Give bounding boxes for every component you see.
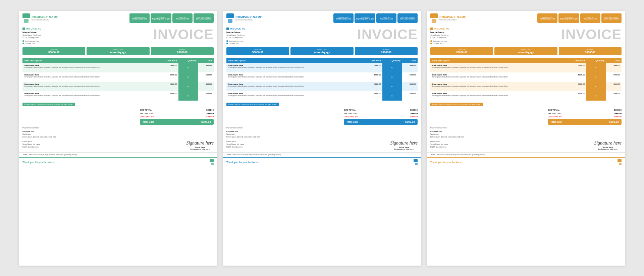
invoice-card-blue: COMPANY NAME SLOGAN GOES HERE Email addr… xyxy=(223,11,421,266)
item-description-cell: Item name here Lorem ipsum dolor sit ame… xyxy=(226,63,361,72)
item-desc: Lorem ipsum dolor sit amet, consectetur … xyxy=(228,67,359,69)
qty-inner: 0 xyxy=(178,72,198,82)
header-info-boxes: Email address 01 email@example.com 123-4… xyxy=(265,13,418,23)
email-row: Email address here xyxy=(226,40,273,42)
invoice-footer: Thank you for your business xyxy=(19,157,217,167)
invoice-num-value: 0000000 xyxy=(561,51,620,54)
sig-addr-row: Lorem ipsumStreet Name, city name51234, … xyxy=(22,140,214,150)
terms-bar: Terms: Lorem ipsum is simply dummy text … xyxy=(19,152,217,157)
signatory-title: Professional title here xyxy=(390,148,418,150)
info-box-value: Day to Day / 9am to 3pm xyxy=(356,18,374,20)
invoice-date-box: Invoice Date: mm-dd-yyyy xyxy=(87,47,149,55)
qty-inner: 0 xyxy=(178,63,198,72)
invoice-num-label: Invoice#: xyxy=(561,49,620,51)
summary-boxes: Total Due: $0000.00 Invoice Date: mm-dd-… xyxy=(22,47,214,55)
payment-we-accept: We Accept: xyxy=(226,133,235,135)
item-desc: Lorem ipsum dolor sit amet, consectetur … xyxy=(432,86,563,88)
totals-table: SUB TOTAL: $000.00 Tax: VAT 20%: $000.00… xyxy=(548,108,622,125)
payment-email: Payment email here xyxy=(22,127,214,129)
email-icon xyxy=(226,40,228,42)
subtotal-label: SUB TOTAL: xyxy=(140,109,152,111)
total-due-bar-label: Total Due: xyxy=(550,121,562,123)
client-email: Email address here xyxy=(229,40,243,42)
info-box-value: Day to Day / 9am to 3pm xyxy=(152,18,170,20)
table-row: Item name here Lorem ipsum dolor sit ame… xyxy=(430,63,622,72)
payment-method-bar: Payment Method: Lorem ipsum, dolor sit, … xyxy=(22,103,75,106)
client-phone: 123-456-7890 xyxy=(433,43,443,45)
info-box-value: www.website.com xyxy=(584,18,597,20)
info-box-label: 123-456-7890 xyxy=(565,16,573,18)
qty-inner: 0 xyxy=(382,63,402,72)
payment-detail: Lorem ipsum, dolor sit, consectetur, sed… xyxy=(226,136,260,138)
payment-info: Payment Info We Accept: Lorem ipsum, dol… xyxy=(430,130,622,139)
client-email: Email address here xyxy=(433,40,447,42)
info-box-label: Website here xyxy=(178,16,186,18)
subtotal-label: SUB TOTAL: xyxy=(548,109,560,111)
terms-text: Lorem ipsum is simply dummy text of the … xyxy=(28,154,77,156)
invoice-to-label: INVOICE TO xyxy=(22,27,69,30)
total-due-value: $0000.00 xyxy=(432,51,491,54)
summary-boxes: Total Due: $0000.00 Invoice Date: mm-dd-… xyxy=(226,47,418,55)
item-description-cell: Item name here Lorem ipsum dolor sit ame… xyxy=(430,72,565,82)
slogan: SLOGAN GOES HERE xyxy=(235,19,262,21)
logo-icon xyxy=(22,13,30,23)
invoice-title: INVOICE xyxy=(273,27,418,42)
invoice-num-box: Invoice#: 0000000 xyxy=(151,47,214,55)
item-qty-cell: 0 xyxy=(178,82,198,91)
terms-text: Lorem ipsum is simply dummy text of the … xyxy=(232,154,281,156)
footer-logo xyxy=(618,159,622,165)
total-due-label: Total Due: xyxy=(228,49,287,51)
item-price-cell: $000.00 xyxy=(157,63,178,72)
qty-inner: 0 xyxy=(382,82,402,91)
footer-logo-top xyxy=(210,159,214,162)
table-row: Item name here Lorem ipsum dolor sit ame… xyxy=(22,63,214,72)
totals-section: SUB TOTAL: $000.00 Tax: VAT 20%: $000.00… xyxy=(22,108,214,125)
info-box-value: 51234, Country name xyxy=(604,18,619,20)
payment-we-accept: We Accept: xyxy=(430,133,439,135)
signature-text: Signature here xyxy=(390,141,418,146)
tax-row: Tax: VAT 20%: $000.00 xyxy=(548,112,622,115)
item-price-cell: $000.00 xyxy=(361,91,382,101)
item-price-cell: $000.00 xyxy=(565,91,586,101)
invoice-to-text: INVOICE TO xyxy=(230,27,245,30)
header-info-box-0: Email address 01 email@example.com xyxy=(129,13,150,23)
client-name: Name Here xyxy=(226,31,273,34)
item-qty-cell: 0 xyxy=(586,63,606,72)
invoice-num-label: Invoice#: xyxy=(153,49,212,51)
invoice-to-icon xyxy=(22,27,25,30)
discount-value: -$000.00 xyxy=(410,116,418,118)
email-row: Email address here xyxy=(22,40,69,42)
info-box-label: Street Name, city name xyxy=(604,16,619,18)
invoice-to-left: INVOICE TO Name Here Street Name, City N… xyxy=(22,27,69,45)
table-header-row: Item Description Unit Price Quantity Tot… xyxy=(226,58,418,63)
col-header-description: Item Description xyxy=(22,58,157,63)
invoice-header: COMPANY NAME SLOGAN GOES HERE Email addr… xyxy=(427,11,625,25)
info-box-value: 51234, Country name xyxy=(196,18,211,20)
table-row: Item name here Lorem ipsum dolor sit ame… xyxy=(226,63,418,72)
tax-label: Tax: VAT 20%: xyxy=(548,112,561,114)
item-total-cell: $000.00 xyxy=(606,72,622,82)
total-due-value: $0000.00 xyxy=(228,51,287,54)
table-header: Item Description Unit Price Quantity Tot… xyxy=(22,58,214,63)
total-due-bar-label: Total Due: xyxy=(143,121,154,123)
subtotal-row: SUB TOTAL: $000.00 xyxy=(140,108,214,112)
item-qty-cell: 0 xyxy=(382,72,402,82)
logo-area: COMPANY NAME SLOGAN GOES HERE xyxy=(430,13,467,23)
col-header-description: Item Description xyxy=(226,58,361,63)
item-total-cell: $000.00 xyxy=(402,63,418,72)
tax-value: $000.00 xyxy=(206,112,214,114)
signature-section: Signature here Name Here Professional ti… xyxy=(186,141,214,150)
terms-bar: Terms: Lorem ipsum is simply dummy text … xyxy=(223,152,421,157)
col-header-description: Item Description xyxy=(430,58,565,63)
item-qty-cell: 0 xyxy=(382,82,402,91)
header-info-boxes: Email address 01 email@example.com 123-4… xyxy=(469,13,622,23)
info-box-value: email@example.com xyxy=(540,18,555,20)
invoice-to-icon xyxy=(226,27,229,30)
total-due-bar-label: Total Due: xyxy=(346,121,358,123)
item-qty-cell: 0 xyxy=(382,63,402,72)
info-box-value: www.website.com xyxy=(176,18,189,20)
qty-inner: 0 xyxy=(586,91,606,101)
client-address: Street Name, City Name51234, Country nam… xyxy=(22,34,69,39)
item-price-cell: $000.00 xyxy=(565,63,586,72)
invoice-to-text: INVOICE TO xyxy=(26,27,41,30)
